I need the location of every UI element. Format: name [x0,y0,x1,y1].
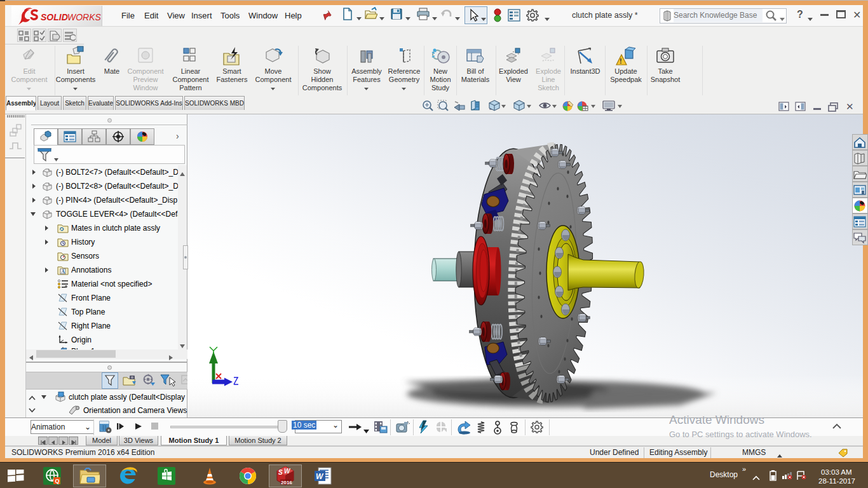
svg-text:A: A [62,269,65,274]
svg-text:S: S [278,469,283,476]
svg-text:W: W [316,472,324,481]
svg-text:2016: 2016 [281,480,292,485]
svg-text:SOLID: SOLID [41,12,68,22]
svg-text:Q: Q [55,478,60,484]
svg-text:WORKS: WORKS [67,12,102,22]
svg-text:W: W [284,468,291,475]
svg-text:!: ! [620,57,622,65]
